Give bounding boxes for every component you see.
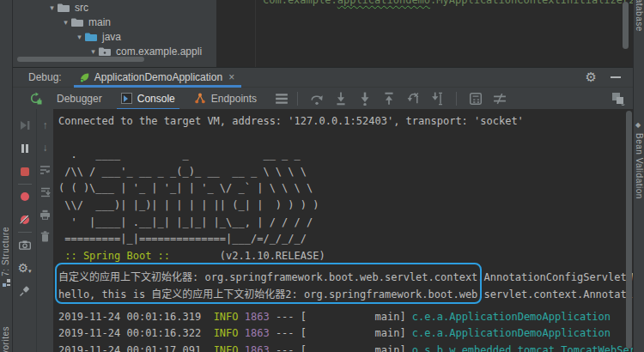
tree-horizontal-scrollbar[interactable] <box>17 57 144 62</box>
down-arrow-icon[interactable]: ↓ <box>43 140 48 155</box>
session-tab-label: ApplicationDemoApplication <box>94 71 222 83</box>
code-text-wavy: applicationdemo <box>337 0 430 6</box>
toolwindow-tab-structure[interactable]: 7: Structure <box>1 227 10 276</box>
tree-item-label: java <box>102 31 121 43</box>
toolwindow-tab-favorites[interactable]: Favorites <box>1 326 10 352</box>
debug-header: Debug: ApplicationDemoApplication × ⚙ <box>13 68 633 87</box>
folder-icon <box>84 32 98 42</box>
console-line <box>58 130 633 148</box>
code-text: com.example. <box>263 0 337 6</box>
step-out-icon[interactable] <box>382 92 396 106</box>
print-icon[interactable] <box>39 207 51 222</box>
console-gutter-column: ↑ ↓ <box>37 109 53 352</box>
clear-all-trash-icon[interactable] <box>40 229 50 244</box>
console-line: \\/ ___)| |_)| | | | | || (_| | ) ) ) ) <box>58 197 633 215</box>
debug-toolbar: Debugger Console Endpoints <box>13 87 633 109</box>
console-line: . ____ _ __ _ _ <box>58 147 633 164</box>
tree-item-main[interactable]: ▾main <box>13 15 216 29</box>
console-line: Connected to the target VM, address: '12… <box>58 113 633 130</box>
chevron-down-icon[interactable]: ▾ <box>75 33 84 41</box>
view-breakpoints-icon[interactable] <box>21 189 29 204</box>
editor-pane[interactable]: com.example.applicationdemo.MyApplicatio… <box>218 0 633 67</box>
tree-item-label: src <box>75 2 88 14</box>
console-line: ( ( )\___ | '_ | '_| | '_ \/ _` | \ \ \ … <box>58 180 633 197</box>
toolwindow-tab-bean-validation[interactable]: Bean Validation <box>635 133 644 199</box>
pin-icon[interactable] <box>19 283 30 299</box>
debug-body: ⚙▾ ↑ ↓ <box>13 109 633 352</box>
tab-console-label: Console <box>137 93 175 105</box>
pause-icon[interactable] <box>21 141 28 156</box>
tree-item-src[interactable]: ▾src <box>13 0 216 15</box>
console-line: =========|_|==============|___/=/_/_/_/ <box>58 231 633 248</box>
debug-title: Debug: <box>28 71 62 83</box>
tree-item-java[interactable]: ▾java <box>13 29 216 44</box>
settings-gear-icon[interactable]: ⚙▾ <box>17 260 31 276</box>
settings-gear-icon[interactable]: ⚙ <box>586 70 597 85</box>
console-output-area[interactable]: Connected to the target VM, address: '12… <box>53 109 633 352</box>
rerun-icon[interactable] <box>29 92 42 105</box>
folder-icon <box>70 17 84 27</box>
bean-validation-icon: ◆ <box>635 121 641 129</box>
spring-boot-icon <box>79 72 90 83</box>
editor-code-line: com.example.applicationdemo.MyApplicatio… <box>263 0 633 6</box>
folder-icon <box>98 46 112 57</box>
soft-wrap-icon[interactable] <box>39 162 51 177</box>
column-separator <box>18 184 32 185</box>
tree-item-label: main <box>88 16 111 28</box>
console-line: 自定义的应用上下文初始化器: org.springframework.boot.… <box>58 270 633 287</box>
left-toolwindow-bar: 7: Structure Favorites <box>0 0 13 352</box>
folder-icon <box>57 3 70 13</box>
column-separator <box>18 232 32 233</box>
console-line: 2019-11-24 00:01:17.091 INFO 1863 --- [ … <box>58 343 633 352</box>
console-line: ' |____| .__|_| |_|_| |_\__, | / / / / <box>58 215 633 232</box>
menu-icon[interactable] <box>275 92 289 106</box>
mute-breakpoints-icon[interactable] <box>21 212 29 228</box>
tab-endpoints[interactable]: Endpoints <box>185 88 266 110</box>
console-line: 2019-11-24 00:01:16.322 INFO 1863 --- [ … <box>58 325 633 343</box>
console-icon <box>121 93 132 104</box>
console-line: :: Spring Boot :: (v2.1.10.RELEASE) <box>58 248 633 265</box>
top-region: ▾src▾main▾java▾com.example.appli com.exa… <box>13 0 633 67</box>
chevron-down-icon[interactable]: ▾ <box>61 18 70 27</box>
step-over-icon[interactable] <box>310 92 324 106</box>
console-vertical-scrollbar[interactable] <box>626 111 632 349</box>
tab-debugger[interactable]: Debugger <box>47 88 112 110</box>
stop-icon[interactable] <box>21 164 29 179</box>
console-line: 2019-11-24 00:01:16.319 INFO 1863 --- [ … <box>58 309 633 326</box>
console-text: Connected to the target VM, address: '12… <box>53 109 633 352</box>
force-step-into-icon[interactable] <box>358 92 372 106</box>
ide-window: 7: Structure Favorites ▾src▾main▾java▾co… <box>0 0 644 352</box>
debug-actions-column: ⚙▾ <box>13 109 37 352</box>
tab-endpoints-label: Endpoints <box>211 93 257 105</box>
toolbar-separator <box>456 92 457 106</box>
scroll-to-end-icon[interactable] <box>40 185 51 199</box>
endpoints-icon <box>194 93 206 104</box>
console-line: hello, this is 自定义的应用上下文初始化器2: org.sprin… <box>58 287 633 304</box>
editor-gutter-border <box>255 0 256 67</box>
hide-minimize-icon[interactable] <box>611 76 621 78</box>
thread-dump-camera-icon[interactable] <box>19 237 31 252</box>
drop-frame-icon[interactable] <box>406 92 420 106</box>
debug-session-tab[interactable]: ApplicationDemoApplication × <box>74 68 241 87</box>
editor-vertical-scrollbar[interactable] <box>623 2 629 49</box>
chevron-down-icon[interactable]: ▾ <box>88 47 98 56</box>
resume-icon[interactable] <box>20 118 30 133</box>
tab-console[interactable]: Console <box>112 88 185 110</box>
console-line: /\\ / ___'_ __ _ _(_)_ __ __ _ \ \ \ \ <box>58 164 633 181</box>
toolbar-separator <box>297 92 298 106</box>
close-icon[interactable]: × <box>228 71 234 83</box>
chevron-down-icon[interactable]: ▾ <box>47 3 57 12</box>
debug-toolwindow: Debug: ApplicationDemoApplication × ⚙ <box>13 67 633 352</box>
run-to-cursor-icon[interactable] <box>430 92 444 106</box>
toolwindow-tab-database[interactable]: Database <box>635 0 644 32</box>
right-toolwindow-bar: Database ◆ Bean Validation <box>633 0 644 352</box>
step-into-icon[interactable] <box>334 92 348 106</box>
up-arrow-icon[interactable]: ↑ <box>43 118 48 132</box>
code-text: .MyApplicationContextInitializer2 <box>430 0 633 6</box>
tab-debugger-label: Debugger <box>57 93 102 105</box>
restore-layout-icon[interactable] <box>611 92 626 106</box>
evaluate-expression-icon[interactable] <box>469 92 483 106</box>
tree-item-label: com.example.appli <box>116 46 202 58</box>
stream-trace-icon[interactable] <box>493 92 507 106</box>
structure-icon <box>3 279 10 287</box>
